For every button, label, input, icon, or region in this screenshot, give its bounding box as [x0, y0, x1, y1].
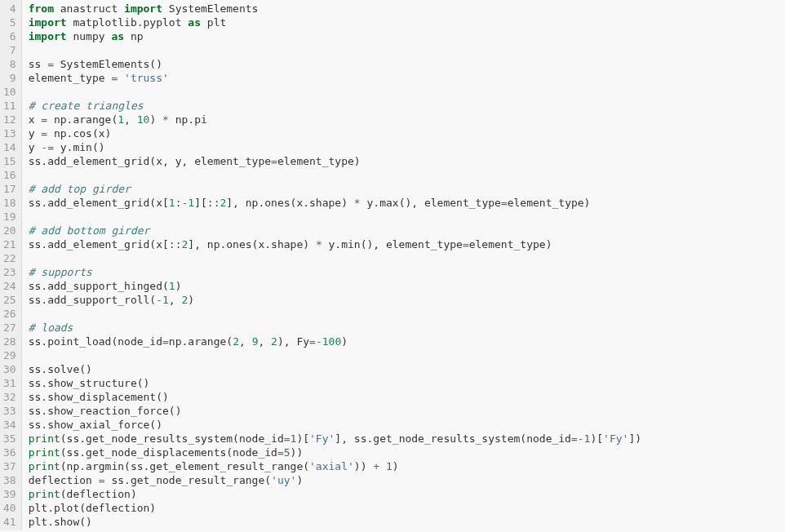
code-line: ss.add_element_grid(x[1:-1][::2], np.one… [29, 196, 785, 210]
line-number: 41 [3, 515, 16, 529]
code-line: print(deflection) [29, 487, 785, 501]
token-s: 'uy' [271, 474, 296, 486]
token-nn: : [175, 197, 182, 209]
line-number: 12 [3, 113, 16, 126]
code-line: print(ss.get_node_results_system(node_id… [29, 432, 785, 446]
code-line: ss.show_displacement() [29, 390, 785, 404]
line-number: 7 [3, 43, 16, 57]
code-block: 4567891011121314151617181920212223242526… [0, 0, 785, 530]
line-number: 9 [3, 71, 16, 85]
code-line: x = np.arange(1, 10) * np.pi [29, 113, 785, 126]
token-nn: y.max(), element_type [361, 197, 501, 209]
line-number: 26 [3, 307, 16, 321]
token-nn: , [239, 335, 252, 348]
token-nn: ], np.ones(x.shape) [188, 238, 316, 250]
token-nn: )[ [296, 432, 309, 445]
code-line [29, 210, 785, 224]
token-o: -= [41, 141, 54, 153]
code-line: deflection = ss.get_node_result_range('u… [29, 473, 785, 487]
token-n: 10 [137, 113, 150, 126]
token-o: * [162, 113, 169, 126]
code-line: element_type = 'truss' [29, 71, 785, 85]
token-nn: ss.point_load(node_id [29, 335, 162, 348]
line-number: 22 [3, 251, 16, 265]
line-number: 33 [3, 404, 16, 418]
line-number: 30 [3, 362, 16, 376]
code-line [29, 251, 785, 265]
line-number: 16 [3, 168, 16, 182]
token-n: 2 [271, 335, 277, 348]
token-nn: ss.add_element_grid(x[:: [29, 238, 182, 250]
token-nn: ss [29, 58, 47, 70]
token-nn: , [124, 113, 137, 126]
token-nn: ) [341, 335, 348, 348]
code-line [29, 168, 785, 182]
line-number: 18 [3, 196, 16, 210]
line-number: 8 [3, 57, 16, 71]
code-line: ss.solve() [29, 362, 785, 376]
token-k: import [29, 30, 67, 42]
token-o: = [47, 58, 54, 70]
token-o: = [284, 432, 290, 445]
code-line: from anastruct import SystemElements [29, 2, 785, 16]
code-line: print(ss.get_node_displacements(node_id=… [29, 446, 785, 459]
token-nn: ss.add_element_grid(x, y, element_type [29, 155, 271, 167]
line-number: 11 [3, 99, 16, 113]
token-nn: ss.add_support_hinged( [29, 280, 169, 292]
line-number: 29 [3, 348, 16, 362]
code-line: # supports [29, 265, 785, 279]
token-nn: (ss.get_node_displacements(node_id [60, 446, 277, 459]
line-number-gutter: 4567891011121314151617181920212223242526… [0, 0, 22, 530]
token-n: 1 [169, 197, 175, 209]
token-n: 1 [386, 460, 392, 472]
token-nn: element_type) [469, 238, 552, 250]
token-nn: ss.solve() [29, 363, 92, 375]
token-n: 1 [118, 113, 124, 126]
line-number: 39 [3, 487, 16, 501]
line-number: 15 [3, 154, 16, 168]
line-number: 4 [3, 2, 16, 16]
token-nn: ]) [628, 432, 641, 445]
token-nn: plt [201, 16, 226, 29]
line-number: 31 [3, 376, 16, 390]
token-nn: ), Fy [277, 335, 309, 348]
line-number: 24 [3, 279, 16, 293]
token-nn: ss.show_axial_force() [29, 419, 162, 431]
token-nn: plt.plot(deflection) [29, 502, 157, 514]
code-content: from anastruct import SystemElementsimpo… [22, 0, 785, 530]
token-nn: np.arange( [169, 335, 233, 348]
token-nn: anastruct [54, 2, 124, 15]
token-n: 1 [169, 280, 175, 292]
token-o: * [316, 238, 322, 250]
code-line [29, 43, 785, 57]
token-nn: np [124, 30, 143, 42]
token-nn: y [29, 141, 42, 153]
line-number: 14 [3, 140, 16, 154]
token-nn: np.arange( [47, 113, 118, 126]
token-n: 2 [233, 335, 239, 348]
token-nn: x [29, 113, 42, 126]
token-o: + [373, 460, 379, 472]
code-line: # add top girder [29, 182, 785, 196]
token-nn: ss.show_reaction_force() [29, 405, 182, 417]
code-line: # loads [29, 321, 785, 335]
token-nn: )[ [590, 432, 603, 445]
token-nn: ss.show_structure() [29, 377, 150, 389]
token-s: 'Fy' [309, 432, 335, 445]
token-nn: np.cos(x) [47, 127, 111, 140]
token-k: as [111, 30, 124, 42]
token-nn: ss.add_support_roll( [29, 294, 157, 306]
token-nn: SystemElements [162, 2, 258, 15]
code-line [29, 85, 785, 99]
code-line: y = np.cos(x) [29, 126, 785, 140]
code-line [29, 348, 785, 362]
line-number: 35 [3, 432, 16, 446]
token-k: from [29, 2, 54, 15]
line-number: 6 [3, 29, 16, 43]
token-n: 5 [284, 446, 290, 459]
code-line: plt.plot(deflection) [29, 501, 785, 515]
token-o: = [41, 127, 47, 140]
token-o: = [271, 155, 277, 167]
token-o: = [99, 474, 105, 486]
line-number: 10 [3, 85, 16, 99]
